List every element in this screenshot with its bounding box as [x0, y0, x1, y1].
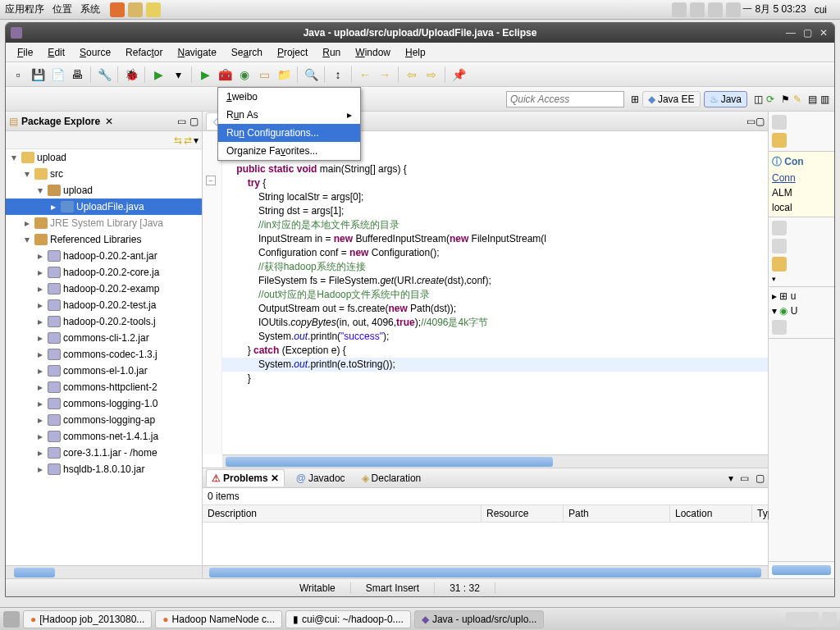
menu-file[interactable]: File	[11, 44, 39, 61]
r-up[interactable]: ▸ ⊞ u	[772, 290, 831, 302]
toggle-mark-button[interactable]: ↕	[329, 66, 347, 84]
task-terminal[interactable]: ▮cui@cui: ~/hadoop-0....	[285, 610, 411, 628]
perspective-javaee[interactable]: ◆Java EE	[642, 91, 701, 107]
snippets-icon[interactable]	[772, 239, 787, 253]
task-hadoop-job[interactable]: ●[Hadoop job_2013080...	[23, 610, 152, 628]
show-desktop-icon[interactable]	[3, 611, 20, 628]
views-button-4[interactable]: ✎	[793, 94, 801, 105]
col-resource[interactable]: Resource	[482, 505, 564, 522]
new-button[interactable]: ▫	[9, 66, 27, 84]
right-hscroll[interactable]	[772, 565, 831, 575]
r-conn[interactable]: Conn	[772, 172, 831, 184]
col-path[interactable]: Path	[564, 505, 670, 522]
menu-project[interactable]: Project	[271, 44, 314, 61]
menu-apps[interactable]: 应用程序	[5, 2, 44, 16]
minimize-panel-button[interactable]: ▭	[177, 116, 186, 127]
package-tree[interactable]: ▾upload ▾src ▾upload ▸UploadFile.java ▸J…	[6, 149, 202, 565]
user-label[interactable]: cui	[815, 4, 827, 16]
mail-icon[interactable]	[128, 2, 143, 17]
tree-jar-item[interactable]: ▸hsqldb-1.8.0.10.jar	[6, 461, 202, 477]
new-class-button[interactable]: ◉	[235, 66, 253, 84]
open-type-hier-button[interactable]: 📁	[275, 66, 293, 84]
problems-minimize[interactable]: ▭	[740, 472, 749, 484]
link-editor-button[interactable]: ⇄	[184, 135, 192, 146]
views-button-3[interactable]: ⚑	[781, 94, 790, 105]
debug-button[interactable]: 🐞	[122, 66, 140, 84]
menu-source[interactable]: Source	[73, 44, 117, 61]
tree-jar-item[interactable]: ▸hadoop-0.20.2-examp	[6, 281, 202, 297]
menu-window[interactable]: Window	[349, 44, 397, 61]
menu-help[interactable]: Help	[399, 44, 432, 61]
tab-problems[interactable]: ⚠Problems✕	[206, 469, 285, 486]
run-button[interactable]: ▶	[149, 66, 167, 84]
menu-item-weibo[interactable]: 1 1 weiboweibo	[218, 88, 360, 106]
problems-view-menu[interactable]: ▾	[728, 472, 733, 484]
editor-maximize-button[interactable]: ▢	[756, 116, 765, 127]
close-button[interactable]: ✕	[816, 26, 831, 39]
tree-jar-item[interactable]: ▸commons-net-1.4.1.ja	[6, 428, 202, 445]
task-eclipse[interactable]: ◆Java - upload/src/uplo...	[414, 610, 544, 628]
pin-editor-button[interactable]: 📌	[450, 66, 468, 84]
outline-icon[interactable]	[772, 115, 787, 130]
run-last-button[interactable]: ▶	[196, 66, 214, 84]
tree-jar-item[interactable]: ▸commons-el-1.0.jar	[6, 363, 202, 379]
menu-system[interactable]: 系统	[80, 2, 100, 16]
task-namenode[interactable]: ●Hadoop NameNode c...	[155, 610, 282, 628]
collapse-all-button[interactable]: ⇆	[174, 135, 182, 146]
print-button[interactable]: 🖶	[68, 66, 86, 84]
network-icon[interactable]	[690, 2, 705, 17]
tree-jar-item[interactable]: ▸hadoop-0.20.2-ant.jar	[6, 248, 202, 264]
fold-marker-icon[interactable]: −	[206, 176, 216, 185]
tab-declaration[interactable]: ◈Declaration	[357, 470, 427, 486]
editor-hscroll[interactable]	[222, 454, 768, 468]
tree-jar-item[interactable]: ▸commons-logging-ap	[6, 412, 202, 428]
r-U[interactable]: ▾ ◉ U	[772, 305, 831, 317]
menu-run[interactable]: Run	[316, 44, 347, 61]
disk-icon[interactable]	[672, 2, 687, 17]
problems-maximize[interactable]: ▢	[756, 472, 765, 484]
problems-hscroll[interactable]	[203, 565, 768, 578]
markers-icon[interactable]	[772, 257, 787, 272]
menu-refactor[interactable]: Refactor	[119, 44, 169, 61]
menu-edit[interactable]: Edit	[41, 44, 71, 61]
menu-item-run-configurations[interactable]: Run Configurations...	[218, 124, 360, 142]
display-icon[interactable]	[708, 2, 723, 17]
notes-icon[interactable]	[146, 2, 161, 17]
menu-navigate[interactable]: Navigate	[171, 44, 222, 61]
new-package-button[interactable]: ▭	[255, 66, 273, 84]
r-con[interactable]: Con	[784, 156, 803, 167]
volume-icon[interactable]	[726, 2, 741, 17]
servers-icon[interactable]	[772, 221, 787, 235]
menu-item-organize-favorites[interactable]: Organize Favorites...	[218, 142, 360, 160]
tree-jar-item[interactable]: ▸hadoop-0.20.2-core.ja	[6, 264, 202, 281]
tree-jar-item[interactable]: ▸commons-codec-1.3.j	[6, 346, 202, 363]
col-description[interactable]: Description	[203, 505, 482, 522]
maximize-button[interactable]: ▢	[800, 26, 815, 39]
perspective-java[interactable]: ♨Java	[704, 91, 747, 107]
tree-jar-item[interactable]: ▸core-3.1.1.jar - /home	[6, 445, 202, 461]
minimize-button[interactable]: —	[783, 26, 798, 39]
ext-tools-button[interactable]: 🧰	[216, 66, 234, 84]
tree-jar-item[interactable]: ▸hadoop-0.20.2-tools.j	[6, 313, 202, 330]
quick-access-input[interactable]	[506, 91, 624, 107]
task-list-icon[interactable]	[772, 133, 787, 148]
tree-jar-item[interactable]: ▸commons-logging-1.0	[6, 395, 202, 412]
clock[interactable]: 一 8月 5 03:23	[742, 2, 806, 16]
code-editor[interactable]: − public class UploadFile { public stati…	[203, 131, 768, 468]
views-button-1[interactable]: ◫	[754, 94, 763, 105]
prev-annotation-button[interactable]: ←	[356, 66, 374, 84]
trash-icon[interactable]	[822, 612, 837, 627]
menu-places[interactable]: 位置	[52, 2, 72, 16]
r-misc-icon[interactable]	[772, 320, 787, 335]
forward-button[interactable]: ⇨	[422, 66, 441, 84]
views-button-2[interactable]: ⟳	[766, 94, 774, 105]
next-annotation-button[interactable]: →	[376, 66, 394, 84]
views-button-5[interactable]: ▤	[808, 94, 817, 105]
package-hscroll[interactable]	[6, 565, 202, 578]
firefox-icon[interactable]	[110, 2, 125, 17]
menu-item-run-as[interactable]: Run As▸	[218, 106, 360, 124]
back-button[interactable]: ⇦	[403, 66, 421, 84]
col-location[interactable]: Location	[670, 505, 752, 522]
search-button[interactable]: 🔍	[302, 66, 320, 84]
maximize-panel-button[interactable]: ▢	[189, 116, 199, 127]
